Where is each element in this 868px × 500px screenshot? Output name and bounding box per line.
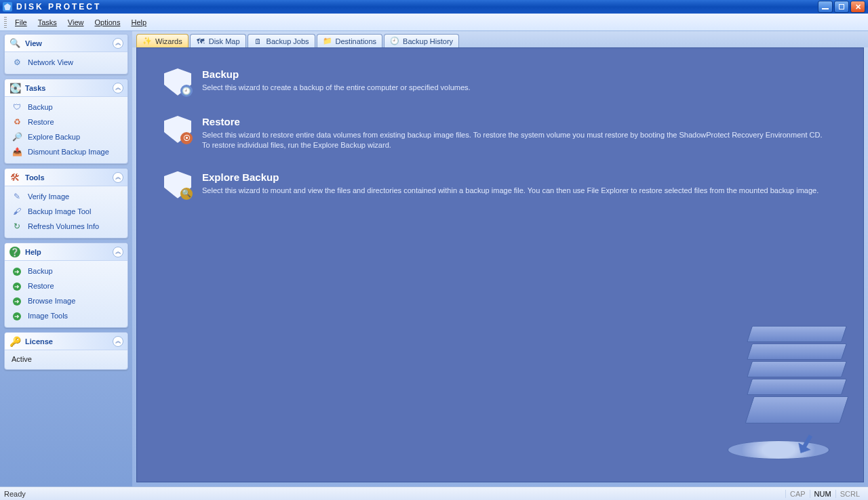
- sidebar-item-label: Image Tools: [28, 312, 68, 320]
- panel-help-title: Help: [25, 248, 41, 256]
- panel-view-header[interactable]: View ︽: [5, 35, 127, 52]
- network-icon: [12, 57, 22, 68]
- license-status: Active: [7, 353, 125, 365]
- collapse-icon[interactable]: ︽: [113, 247, 123, 257]
- sidebar-item-label: Browse Image: [28, 297, 75, 305]
- wizard-title: Restore: [202, 116, 826, 127]
- sidebar-item-verify-image[interactable]: Verify Image: [7, 189, 125, 204]
- sidebar-item-label: Network View: [28, 58, 73, 66]
- menu-file[interactable]: File: [9, 17, 33, 28]
- shield-lifebuoy-icon: ⦿: [164, 116, 191, 143]
- tab-label: Backup History: [403, 37, 453, 45]
- jobs-icon: [254, 37, 263, 46]
- status-scrl: SCRL: [835, 490, 864, 498]
- sidebar-item-network-view[interactable]: Network View: [7, 55, 125, 70]
- sidebar-item-help-backup[interactable]: Backup: [7, 264, 125, 278]
- panel-license-header[interactable]: License ︽: [5, 333, 127, 350]
- destinations-icon: [323, 37, 332, 46]
- wizard-restore[interactable]: ⦿ Restore Select this wizard to restore …: [164, 116, 836, 151]
- wizard-title: Explore Backup: [202, 171, 818, 183]
- go-icon: [12, 266, 22, 276]
- sidebar-item-label: Backup: [28, 103, 53, 111]
- tab-label: Wizards: [155, 37, 182, 45]
- restore-icon: [12, 117, 22, 127]
- tab-strip: Wizards Disk Map Backup Jobs Destination…: [132, 31, 868, 47]
- status-ready: Ready: [4, 490, 26, 498]
- wizard-explore-backup[interactable]: 🔍 Explore Backup Select this wizard to m…: [164, 171, 836, 199]
- history-icon: [390, 37, 399, 46]
- tab-destinations[interactable]: Destinations: [317, 34, 383, 47]
- wizard-desc: Select this wizard to create a backup of…: [202, 83, 471, 93]
- menu-view[interactable]: View: [62, 17, 90, 28]
- panel-view-title: View: [25, 39, 42, 47]
- wizard-canvas: 🕘 Backup Select this wizard to create a …: [136, 47, 864, 482]
- content-area: Wizards Disk Map Backup Jobs Destination…: [132, 31, 868, 486]
- tab-label: Backup Jobs: [267, 37, 309, 45]
- minimize-button[interactable]: [818, 1, 833, 13]
- license-status-text: Active: [12, 355, 32, 363]
- menu-options[interactable]: Options: [90, 17, 126, 28]
- panel-tasks-title: Tasks: [25, 84, 45, 92]
- go-icon: [12, 310, 22, 321]
- explore-icon: [12, 131, 22, 142]
- sidebar-item-label: Backup: [28, 267, 53, 275]
- sidebar-item-help-image-tools[interactable]: Image Tools: [7, 308, 125, 323]
- collapse-icon[interactable]: ︽: [113, 83, 123, 93]
- app-title: DISK PROTECT: [16, 2, 101, 12]
- panel-tools-header[interactable]: Tools ︽: [5, 169, 127, 186]
- tab-backup-jobs[interactable]: Backup Jobs: [248, 34, 315, 47]
- go-icon: [12, 280, 22, 291]
- verify-icon: [12, 191, 22, 202]
- sidebar-item-label: Refresh Volumes Info: [28, 222, 99, 230]
- collapse-icon[interactable]: ︽: [113, 172, 123, 183]
- magnifier-icon: [9, 37, 21, 49]
- menu-grip: [4, 17, 7, 28]
- shield-clock-icon: 🕘: [164, 68, 191, 96]
- menu-tasks[interactable]: Tasks: [33, 17, 62, 28]
- tab-wizards[interactable]: Wizards: [136, 34, 189, 47]
- status-cap: CAP: [785, 490, 810, 498]
- collapse-icon[interactable]: ︽: [113, 336, 123, 347]
- status-num: NUM: [810, 490, 835, 498]
- wizard-title: Backup: [202, 68, 471, 80]
- panel-help-header[interactable]: Help ︽: [5, 243, 127, 261]
- sidebar-item-dismount[interactable]: Dismount Backup Image: [7, 144, 125, 159]
- wizard-backup[interactable]: 🕘 Backup Select this wizard to create a …: [164, 68, 836, 96]
- go-icon: [12, 295, 22, 306]
- panel-license-title: License: [25, 337, 53, 346]
- disk-icon: [9, 82, 21, 94]
- sidebar-item-help-restore[interactable]: Restore: [7, 278, 125, 293]
- status-bar: Ready CAP NUM SCRL: [0, 486, 868, 500]
- shield-icon: [12, 102, 22, 112]
- sidebar-item-refresh-volumes[interactable]: Refresh Volumes Info: [7, 219, 125, 234]
- refresh-icon: [12, 221, 22, 232]
- menu-bar: File Tasks View Options Help: [0, 14, 868, 31]
- sidebar-item-label: Backup Image Tool: [28, 207, 91, 215]
- menu-help[interactable]: Help: [125, 17, 152, 28]
- key-icon: [9, 335, 21, 348]
- close-button[interactable]: ✕: [850, 1, 865, 13]
- wizard-desc: Select this wizard to mount and view the…: [202, 186, 818, 196]
- panel-license: License ︽ Active: [4, 332, 128, 370]
- tab-backup-history[interactable]: Backup History: [384, 34, 459, 47]
- panel-help: Help ︽ Backup Restore Browse Image Image…: [4, 243, 128, 328]
- maximize-button[interactable]: [834, 1, 849, 13]
- sidebar-item-backup-image-tool[interactable]: Backup Image Tool: [7, 204, 125, 219]
- help-icon: [9, 246, 21, 258]
- sidebar-item-restore[interactable]: Restore: [7, 114, 125, 129]
- wand-icon: [142, 37, 152, 46]
- panel-view: View ︽ Network View: [4, 34, 128, 75]
- panel-tasks-header[interactable]: Tasks ︽: [5, 79, 127, 97]
- tab-disk-map[interactable]: Disk Map: [190, 34, 246, 47]
- sidebar-item-backup[interactable]: Backup: [7, 100, 125, 114]
- sidebar-item-explore-backup[interactable]: Explore Backup: [7, 129, 125, 144]
- main-area: View ︽ Network View Tasks ︽ Backup Resto…: [0, 31, 868, 486]
- panel-tools-title: Tools: [25, 173, 45, 182]
- sidebar-item-label: Restore: [28, 282, 54, 290]
- sidebar-item-help-browse-image[interactable]: Browse Image: [7, 293, 125, 308]
- collapse-icon[interactable]: ︽: [113, 38, 123, 49]
- tab-label: Disk Map: [209, 37, 240, 45]
- dismount-icon: [12, 146, 22, 157]
- app-icon: [3, 2, 12, 12]
- tools-icon: [9, 171, 21, 184]
